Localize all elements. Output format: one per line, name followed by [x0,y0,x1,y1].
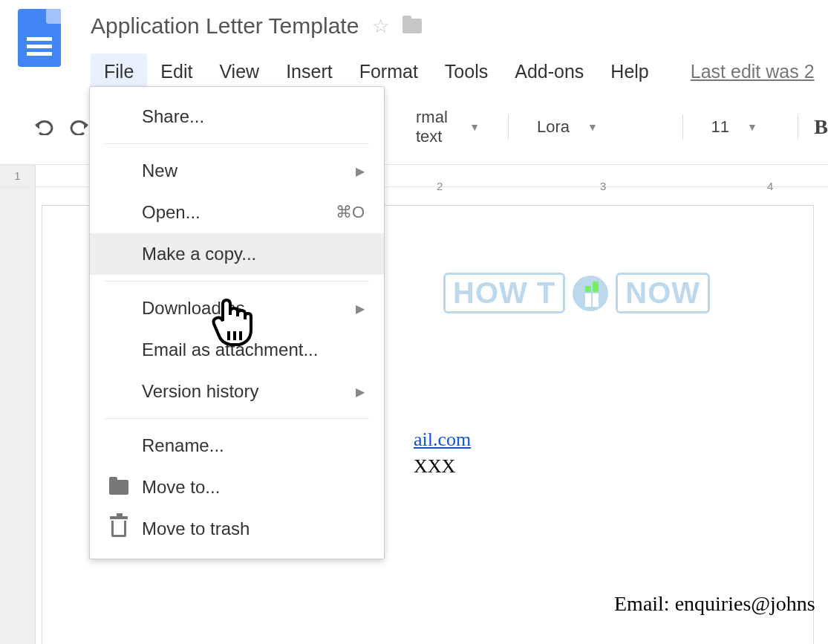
star-icon[interactable]: ☆ [372,15,389,38]
menu-item-label: Email as attachment... [142,339,318,360]
folder-icon [108,478,130,496]
document-link-fragment[interactable]: ail.com [414,429,471,451]
trash-icon [108,520,130,538]
chevron-down-icon: ▼ [587,121,598,133]
document-text-fragment: XXX [414,455,455,478]
menu-item-label: Rename... [142,435,224,456]
watermark-right: NOW [616,273,710,313]
menu-item-move-to[interactable]: Move to... [90,466,384,508]
bold-button[interactable]: B [814,115,828,139]
menu-item-new[interactable]: New ▶ [90,150,384,192]
titlebar: Application Letter Template ☆ File Edit … [0,0,828,90]
keyboard-shortcut: ⌘O [336,203,365,222]
menu-item-version-history[interactable]: Version history ▶ [90,371,384,412]
undo-button[interactable] [34,115,53,139]
menu-item-make-a-copy[interactable]: Make a copy... [90,233,384,275]
menu-item-rename[interactable]: Rename... [90,425,384,466]
last-edit-link[interactable]: Last edit was 2 [677,53,828,90]
menu-tools[interactable]: Tools [431,53,501,90]
menu-separator [105,281,369,282]
menu-format[interactable]: Format [346,53,431,90]
undo-icon [34,119,53,135]
redo-button[interactable] [70,115,89,139]
menubar: File Edit View Insert Format Tools Add-o… [91,53,828,90]
menu-edit[interactable]: Edit [147,53,206,90]
font-size-label: 11 [711,117,729,137]
menu-separator [105,143,369,144]
menu-help[interactable]: Help [597,53,662,90]
redo-icon [70,119,89,135]
watermark-logo-icon [573,276,608,311]
doc-title-row: Application Letter Template ☆ [91,9,828,43]
document-email-line: Email: enquiries@johns [614,592,815,616]
paragraph-style-label: rmal text [416,108,452,146]
chevron-down-icon: ▼ [747,121,757,133]
title-area: Application Letter Template ☆ File Edit … [91,9,828,90]
menu-item-label: Share... [142,106,204,127]
menu-item-download-as[interactable]: Download as ▶ [90,287,384,329]
menu-item-open[interactable]: Open... ⌘O [90,192,384,233]
menu-item-label: Make a copy... [142,244,256,264]
menu-item-move-to-trash[interactable]: Move to trash [90,508,384,550]
menu-item-label: New [142,160,177,181]
paragraph-style-select[interactable]: rmal text ▼ [404,103,492,151]
google-docs-icon[interactable] [18,9,61,67]
font-family-label: Lora [537,117,570,137]
font-size-select[interactable]: 11 ▼ [700,113,781,141]
move-folder-icon[interactable] [402,19,422,33]
menu-item-label: Download as [142,298,245,319]
document-title[interactable]: Application Letter Template [91,9,359,43]
toolbar-separator [508,114,509,140]
menu-item-label: Version history [142,381,258,402]
submenu-arrow-icon: ▶ [356,385,365,399]
file-menu-dropdown: Share... New ▶ Open... ⌘O Make a copy...… [89,86,385,559]
ruler-vertical[interactable] [0,187,36,644]
font-family-select[interactable]: Lora ▼ [525,113,666,141]
menu-addons[interactable]: Add-ons [501,53,597,90]
toolbar-separator [798,114,798,140]
menu-item-share[interactable]: Share... [90,96,384,137]
submenu-arrow-icon: ▶ [356,164,365,178]
menu-separator [105,418,369,419]
watermark-left: HOW T [443,273,565,313]
menu-item-email-as-attachment[interactable]: Email as attachment... [90,329,384,371]
menu-item-label: Move to... [142,477,220,498]
menu-file[interactable]: File [91,53,147,90]
submenu-arrow-icon: ▶ [356,302,365,316]
menu-item-label: Move to trash [142,518,250,539]
menu-view[interactable]: View [206,53,273,90]
chevron-down-icon: ▼ [469,121,480,133]
toolbar-separator [682,114,683,140]
menu-insert[interactable]: Insert [273,53,346,90]
menu-item-label: Open... [142,202,201,223]
watermark: HOW T NOW [443,273,710,313]
ruler-vertical-label: 1 [0,165,36,186]
